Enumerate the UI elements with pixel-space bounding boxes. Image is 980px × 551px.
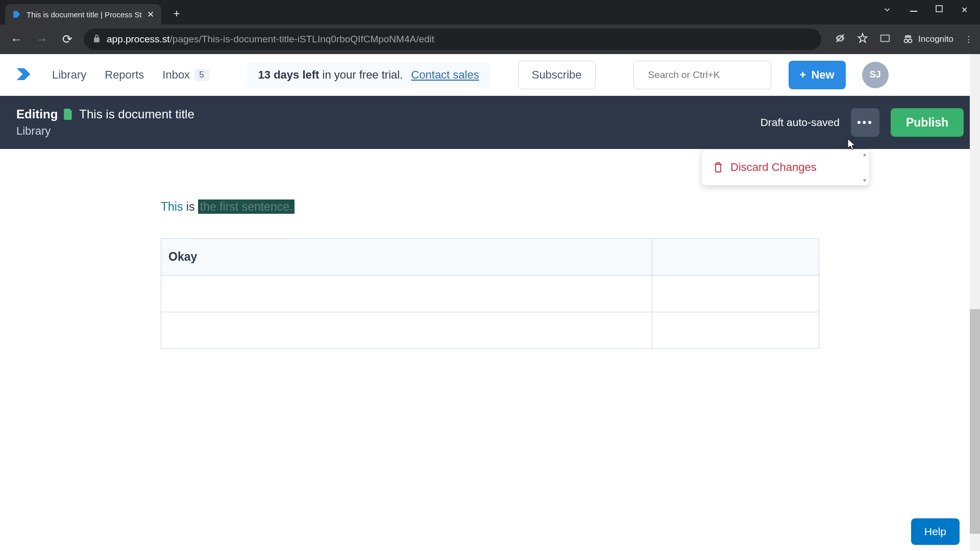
sentence-line[interactable]: This is the first sentence. (161, 200, 819, 214)
tab-search-icon[interactable] (883, 5, 892, 16)
app-logo[interactable] (12, 64, 35, 86)
eye-off-icon[interactable] (835, 33, 846, 46)
nav-reports[interactable]: Reports (105, 68, 144, 82)
scroll-up-icon: ▲ (860, 152, 869, 157)
main-nav: Library Reports Inbox 5 (52, 68, 209, 82)
svg-point-2 (904, 39, 908, 43)
lock-icon (93, 34, 101, 45)
table-cell[interactable] (161, 312, 652, 349)
forward-button[interactable]: → (33, 32, 51, 46)
incognito-badge[interactable]: Incognito (902, 33, 953, 45)
close-window-icon[interactable]: ✕ (961, 5, 968, 16)
document-icon (64, 109, 73, 120)
more-options-dropdown: Discard Changes ▲ ▼ (701, 149, 870, 186)
url-bar[interactable]: app.process.st/pages/This-is-document-ti… (84, 29, 821, 50)
highlighted-text: the first sentence. (198, 199, 295, 214)
table-cell[interactable]: Okay (161, 239, 652, 276)
dropdown-scrollbar[interactable]: ▲ ▼ (860, 149, 869, 185)
new-button[interactable]: + New (789, 61, 846, 89)
svg-rect-1 (936, 6, 942, 12)
extensions-icon[interactable] (879, 33, 891, 46)
user-avatar[interactable]: SJ (862, 62, 889, 88)
back-button[interactable]: ← (7, 32, 26, 46)
url-text: app.process.st/pages/This-is-document-ti… (107, 34, 812, 45)
plus-icon: + (800, 68, 806, 82)
star-icon[interactable] (857, 33, 868, 46)
incognito-icon (902, 33, 914, 45)
page-scrollbar[interactable] (970, 54, 980, 551)
tab-title: This is document title | Process St (27, 10, 142, 19)
table-cell[interactable] (652, 312, 819, 349)
table-cell[interactable] (652, 276, 819, 312)
reload-button[interactable]: ⟳ (58, 32, 77, 46)
search-input[interactable] (648, 69, 769, 81)
browser-chrome: This is document title | Process St ✕ + … (0, 0, 980, 54)
table-cell[interactable] (652, 239, 819, 276)
tab-close-icon[interactable]: ✕ (147, 9, 154, 20)
editing-label: Editing (16, 107, 58, 121)
subscribe-button[interactable]: Subscribe (518, 61, 596, 89)
autosave-status: Draft auto-saved (761, 116, 840, 129)
browser-tab[interactable]: This is document title | Process St ✕ (5, 4, 161, 24)
inbox-count-badge: 5 (194, 69, 209, 81)
scroll-down-icon: ▼ (860, 178, 869, 183)
document-title: This is document title (79, 107, 194, 121)
edit-bar-right: Draft auto-saved ••• Publish (761, 108, 964, 137)
table-cell[interactable] (161, 276, 652, 312)
edit-title-row: Editing This is document title (16, 107, 194, 121)
maximize-icon[interactable] (936, 5, 943, 16)
content-table[interactable]: Okay (161, 238, 819, 349)
favicon-icon (12, 10, 21, 19)
browser-menu-icon[interactable]: ⋮ (965, 35, 973, 44)
table-row (161, 276, 819, 312)
breadcrumb[interactable]: Library (16, 124, 194, 138)
minimize-icon[interactable] (910, 5, 917, 16)
scrollbar-thumb[interactable] (970, 309, 980, 534)
edit-bar: Editing This is document title Library D… (0, 96, 980, 149)
nav-inbox[interactable]: Inbox 5 (162, 68, 209, 82)
trial-banner: 13 days left in your free trial. Contact… (247, 62, 491, 88)
nav-library[interactable]: Library (52, 68, 86, 82)
more-options-button[interactable]: ••• (851, 108, 879, 137)
app-header: Library Reports Inbox 5 13 days left in … (0, 54, 980, 96)
address-bar-icons: Incognito ⋮ (835, 33, 973, 46)
trash-icon (713, 162, 723, 173)
help-button[interactable]: Help (911, 518, 960, 545)
svg-point-3 (909, 39, 912, 43)
contact-sales-link[interactable]: Contact sales (411, 68, 479, 81)
window-controls: ✕ (870, 0, 980, 21)
table-row (161, 312, 819, 349)
table-row: Okay (161, 239, 819, 276)
new-tab-button[interactable]: + (174, 7, 180, 20)
search-box[interactable] (633, 61, 771, 89)
tab-bar: This is document title | Process St ✕ + … (0, 0, 980, 24)
address-bar-row: ← → ⟳ app.process.st/pages/This-is-docum… (0, 24, 980, 54)
discard-changes-item[interactable]: Discard Changes (702, 154, 869, 181)
document-body[interactable]: This is the first sentence. Okay (161, 200, 819, 349)
svg-rect-0 (910, 11, 917, 12)
publish-button[interactable]: Publish (891, 108, 964, 137)
edit-bar-left: Editing This is document title Library (16, 107, 194, 138)
